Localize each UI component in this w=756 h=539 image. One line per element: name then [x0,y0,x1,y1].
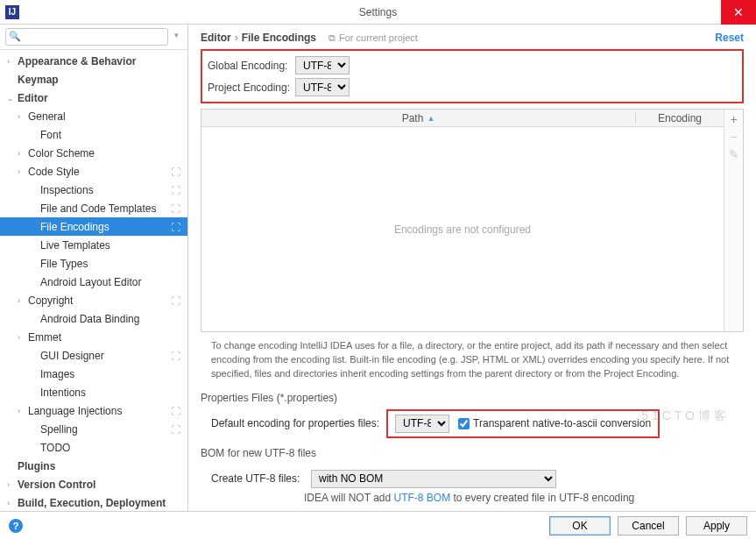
reset-link[interactable]: Reset [715,32,744,44]
project-level-icon: ⛶ [171,406,180,416]
sidebar-item-inspections[interactable]: Inspections⛶ [0,181,187,199]
sidebar-item-images[interactable]: Images [0,365,187,383]
sidebar-item-label: Copyright [28,294,171,307]
transparent-ascii-label: Transparent native-to-ascii conversion [473,417,651,429]
sidebar-item-label: Version Control [18,479,187,491]
bom-label: Create UTF-8 files: [211,472,304,485]
bom-select[interactable]: with NO BOM [311,470,556,488]
sidebar-item-editor[interactable]: ⌄Editor [0,89,187,107]
sidebar-item-label: Inspections [40,184,171,196]
transparent-ascii-checkbox[interactable] [458,418,470,429]
settings-tree[interactable]: ›Appearance & BehaviorKeymap⌄Editor›Gene… [0,50,187,511]
bom-section-title: BOM for new UTF-8 files [201,447,744,459]
window-title: Settings [0,6,756,18]
sidebar-item-appearance-behavior[interactable]: ›Appearance & Behavior [0,52,187,70]
chevron-right-icon: › [18,333,28,342]
sidebar-item-android-layout-editor[interactable]: Android Layout Editor [0,273,187,291]
sidebar-item-label: Images [40,368,187,380]
project-level-icon: ⛶ [171,295,180,306]
sidebar-item-label: Keymap [18,74,187,86]
sidebar-item-label: File Types [40,258,187,270]
sidebar-item-label: TODO [40,442,187,454]
sidebar-item-copyright[interactable]: ›Copyright⛶ [0,291,187,309]
sidebar-item-label: Spelling [40,423,171,436]
sidebar-item-label: Live Templates [40,239,187,252]
sidebar-item-label: General [28,110,187,123]
sidebar-item-label: Intentions [40,387,187,399]
sidebar-item-file-types[interactable]: File Types [0,254,187,273]
sidebar-item-label: Emmet [28,331,187,344]
help-text: To change encoding IntelliJ IDEA uses fo… [201,332,744,390]
sidebar-item-label: Plugins [18,460,187,472]
sidebar-item-emmet[interactable]: ›Emmet [0,328,187,346]
sidebar-item-label: File and Code Templates [40,202,171,215]
sort-asc-icon: ▲ [427,114,435,123]
sidebar-item-spelling[interactable]: Spelling⛶ [0,420,187,438]
sidebar-item-todo[interactable]: TODO [0,438,187,457]
column-path[interactable]: Path ▲ [201,112,636,124]
chevron-right-icon: › [7,57,18,66]
search-icon: 🔍 [9,31,21,42]
sidebar-item-label: Color Scheme [28,147,187,160]
sidebar-item-label: Build, Execution, Deployment [18,497,187,509]
ok-button[interactable]: OK [549,516,611,535]
sidebar-item-color-scheme[interactable]: ›Color Scheme [0,144,187,162]
table-empty-message: Encodings are not configured [201,127,724,331]
project-scope-label: ⧉ For current project [329,32,418,44]
project-level-icon: ⛶ [171,222,180,232]
chevron-right-icon: › [18,112,28,121]
global-encoding-select[interactable]: UTF-8 [295,56,350,74]
help-icon[interactable]: ? [9,519,23,533]
project-encoding-label: Project Encoding: [208,82,295,94]
sidebar-item-file-encodings[interactable]: File Encodings⛶ [0,217,187,236]
chevron-right-icon: › [7,499,18,507]
project-level-icon: ⛶ [171,351,180,361]
edit-row-button[interactable]: ✎ [729,148,739,160]
copy-icon: ⧉ [329,32,336,44]
project-level-icon: ⛶ [171,167,180,177]
breadcrumb: Editor›File Encodings [201,32,316,44]
chevron-right-icon: › [7,480,18,489]
chevron-down-icon[interactable]: ▾ [174,31,179,39]
chevron-right-icon: › [18,149,28,158]
sidebar-item-language-injections[interactable]: ›Language Injections⛶ [0,401,187,420]
sidebar-item-font[interactable]: Font [0,125,187,144]
chevron-right-icon: › [18,407,28,415]
project-level-icon: ⛶ [171,424,180,435]
project-level-icon: ⛶ [171,203,180,214]
global-encoding-label: Global Encoding: [208,60,295,72]
apply-button[interactable]: Apply [686,516,747,535]
utf8-bom-link[interactable]: UTF-8 BOM [393,492,450,504]
project-encoding-select[interactable]: UTF-8 [295,78,350,96]
close-button[interactable]: ✕ [721,0,756,25]
properties-encoding-select[interactable]: UTF-8 [395,415,449,433]
search-input[interactable] [5,28,168,46]
sidebar-item-label: File Encodings [40,221,171,233]
column-encoding[interactable]: Encoding [636,112,724,124]
sidebar-item-live-templates[interactable]: Live Templates [0,236,187,254]
sidebar-item-label: Android Layout Editor [40,276,187,288]
sidebar-item-build-execution-deployment[interactable]: ›Build, Execution, Deployment [0,493,187,511]
sidebar-item-code-style[interactable]: ›Code Style⛶ [0,162,187,181]
chevron-right-icon: › [18,167,28,176]
sidebar-item-label: GUI Designer [40,350,171,362]
sidebar-item-android-data-binding[interactable]: Android Data Binding [0,309,187,328]
sidebar-item-label: Font [40,129,187,141]
sidebar-item-keymap[interactable]: Keymap [0,70,187,89]
sidebar-item-label: Editor [18,92,187,104]
bom-help-text: IDEA will NOT add UTF-8 BOM to every cre… [304,492,744,504]
sidebar-item-plugins[interactable]: Plugins [0,457,187,475]
cancel-button[interactable]: Cancel [618,516,679,535]
sidebar-item-general[interactable]: ›General [0,107,187,125]
project-level-icon: ⛶ [171,185,180,195]
sidebar-item-file-and-code-templates[interactable]: File and Code Templates⛶ [0,199,187,217]
sidebar-item-version-control[interactable]: ›Version Control [0,475,187,493]
properties-encoding-label: Default encoding for properties files: [211,417,379,429]
add-row-button[interactable]: + [730,113,737,125]
sidebar-item-label: Language Injections [28,405,171,417]
remove-row-button[interactable]: − [730,131,737,143]
sidebar-item-intentions[interactable]: Intentions [0,383,187,401]
sidebar-item-label: Appearance & Behavior [18,55,187,67]
chevron-right-icon: › [18,296,28,305]
sidebar-item-gui-designer[interactable]: GUI Designer⛶ [0,346,187,365]
